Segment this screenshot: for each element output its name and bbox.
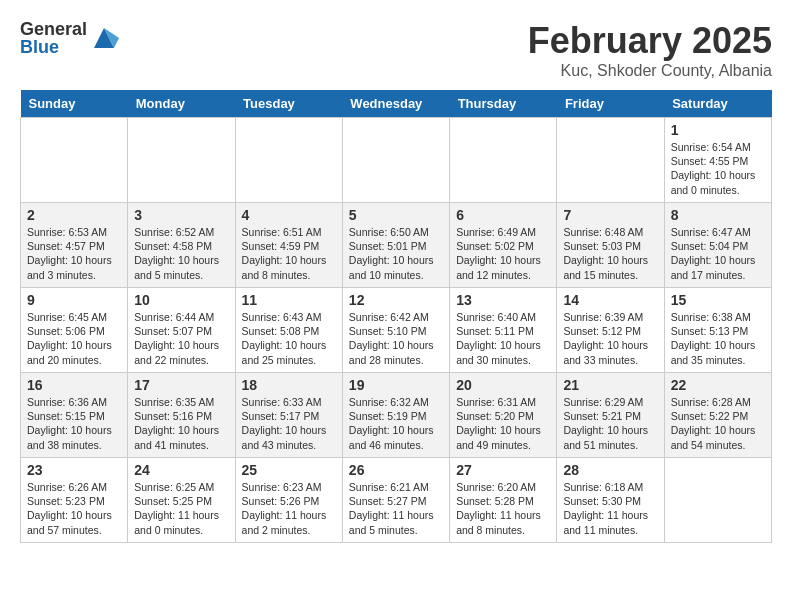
day-number: 10 [134,292,228,308]
calendar-cell: 11Sunrise: 6:43 AM Sunset: 5:08 PM Dayli… [235,288,342,373]
day-number: 3 [134,207,228,223]
day-number: 14 [563,292,657,308]
calendar-header-row: SundayMondayTuesdayWednesdayThursdayFrid… [21,90,772,118]
calendar-week-row: 2Sunrise: 6:53 AM Sunset: 4:57 PM Daylig… [21,203,772,288]
day-info: Sunrise: 6:45 AM Sunset: 5:06 PM Dayligh… [27,310,121,367]
day-info: Sunrise: 6:40 AM Sunset: 5:11 PM Dayligh… [456,310,550,367]
day-number: 19 [349,377,443,393]
day-info: Sunrise: 6:51 AM Sunset: 4:59 PM Dayligh… [242,225,336,282]
calendar-cell: 16Sunrise: 6:36 AM Sunset: 5:15 PM Dayli… [21,373,128,458]
day-number: 8 [671,207,765,223]
calendar-cell: 15Sunrise: 6:38 AM Sunset: 5:13 PM Dayli… [664,288,771,373]
calendar-week-row: 1Sunrise: 6:54 AM Sunset: 4:55 PM Daylig… [21,118,772,203]
day-number: 6 [456,207,550,223]
day-number: 12 [349,292,443,308]
day-info: Sunrise: 6:36 AM Sunset: 5:15 PM Dayligh… [27,395,121,452]
day-number: 24 [134,462,228,478]
day-number: 1 [671,122,765,138]
calendar-cell: 18Sunrise: 6:33 AM Sunset: 5:17 PM Dayli… [235,373,342,458]
day-info: Sunrise: 6:39 AM Sunset: 5:12 PM Dayligh… [563,310,657,367]
calendar-cell [450,118,557,203]
calendar-cell: 27Sunrise: 6:20 AM Sunset: 5:28 PM Dayli… [450,458,557,543]
calendar-cell: 10Sunrise: 6:44 AM Sunset: 5:07 PM Dayli… [128,288,235,373]
day-info: Sunrise: 6:50 AM Sunset: 5:01 PM Dayligh… [349,225,443,282]
day-number: 7 [563,207,657,223]
column-header-thursday: Thursday [450,90,557,118]
day-info: Sunrise: 6:52 AM Sunset: 4:58 PM Dayligh… [134,225,228,282]
calendar-cell: 21Sunrise: 6:29 AM Sunset: 5:21 PM Dayli… [557,373,664,458]
calendar-cell: 2Sunrise: 6:53 AM Sunset: 4:57 PM Daylig… [21,203,128,288]
day-number: 23 [27,462,121,478]
day-info: Sunrise: 6:38 AM Sunset: 5:13 PM Dayligh… [671,310,765,367]
day-number: 26 [349,462,443,478]
day-info: Sunrise: 6:20 AM Sunset: 5:28 PM Dayligh… [456,480,550,537]
day-number: 25 [242,462,336,478]
day-number: 5 [349,207,443,223]
day-info: Sunrise: 6:53 AM Sunset: 4:57 PM Dayligh… [27,225,121,282]
month-title: February 2025 [528,20,772,62]
calendar-cell [664,458,771,543]
day-number: 17 [134,377,228,393]
calendar-cell: 1Sunrise: 6:54 AM Sunset: 4:55 PM Daylig… [664,118,771,203]
location-text: Kuc, Shkoder County, Albania [528,62,772,80]
day-info: Sunrise: 6:25 AM Sunset: 5:25 PM Dayligh… [134,480,228,537]
calendar-cell: 19Sunrise: 6:32 AM Sunset: 5:19 PM Dayli… [342,373,449,458]
day-number: 4 [242,207,336,223]
day-info: Sunrise: 6:28 AM Sunset: 5:22 PM Dayligh… [671,395,765,452]
calendar-cell: 13Sunrise: 6:40 AM Sunset: 5:11 PM Dayli… [450,288,557,373]
calendar-cell: 22Sunrise: 6:28 AM Sunset: 5:22 PM Dayli… [664,373,771,458]
column-header-tuesday: Tuesday [235,90,342,118]
calendar-cell: 7Sunrise: 6:48 AM Sunset: 5:03 PM Daylig… [557,203,664,288]
calendar-cell: 5Sunrise: 6:50 AM Sunset: 5:01 PM Daylig… [342,203,449,288]
day-info: Sunrise: 6:35 AM Sunset: 5:16 PM Dayligh… [134,395,228,452]
day-info: Sunrise: 6:33 AM Sunset: 5:17 PM Dayligh… [242,395,336,452]
column-header-saturday: Saturday [664,90,771,118]
logo-blue-text: Blue [20,38,87,56]
calendar-cell: 25Sunrise: 6:23 AM Sunset: 5:26 PM Dayli… [235,458,342,543]
day-number: 9 [27,292,121,308]
calendar-cell [557,118,664,203]
day-info: Sunrise: 6:26 AM Sunset: 5:23 PM Dayligh… [27,480,121,537]
calendar-cell [128,118,235,203]
day-number: 2 [27,207,121,223]
day-info: Sunrise: 6:42 AM Sunset: 5:10 PM Dayligh… [349,310,443,367]
day-info: Sunrise: 6:48 AM Sunset: 5:03 PM Dayligh… [563,225,657,282]
day-info: Sunrise: 6:29 AM Sunset: 5:21 PM Dayligh… [563,395,657,452]
day-info: Sunrise: 6:18 AM Sunset: 5:30 PM Dayligh… [563,480,657,537]
calendar-cell: 3Sunrise: 6:52 AM Sunset: 4:58 PM Daylig… [128,203,235,288]
calendar-week-row: 16Sunrise: 6:36 AM Sunset: 5:15 PM Dayli… [21,373,772,458]
day-info: Sunrise: 6:43 AM Sunset: 5:08 PM Dayligh… [242,310,336,367]
day-info: Sunrise: 6:49 AM Sunset: 5:02 PM Dayligh… [456,225,550,282]
day-number: 27 [456,462,550,478]
column-header-sunday: Sunday [21,90,128,118]
day-info: Sunrise: 6:31 AM Sunset: 5:20 PM Dayligh… [456,395,550,452]
day-number: 18 [242,377,336,393]
day-number: 15 [671,292,765,308]
day-info: Sunrise: 6:44 AM Sunset: 5:07 PM Dayligh… [134,310,228,367]
logo-icon [89,23,119,53]
logo: General Blue [20,20,119,56]
calendar-cell: 14Sunrise: 6:39 AM Sunset: 5:12 PM Dayli… [557,288,664,373]
logo-general-text: General [20,20,87,38]
calendar-cell: 9Sunrise: 6:45 AM Sunset: 5:06 PM Daylig… [21,288,128,373]
calendar-cell [342,118,449,203]
day-info: Sunrise: 6:23 AM Sunset: 5:26 PM Dayligh… [242,480,336,537]
day-info: Sunrise: 6:54 AM Sunset: 4:55 PM Dayligh… [671,140,765,197]
column-header-friday: Friday [557,90,664,118]
day-info: Sunrise: 6:32 AM Sunset: 5:19 PM Dayligh… [349,395,443,452]
calendar-week-row: 23Sunrise: 6:26 AM Sunset: 5:23 PM Dayli… [21,458,772,543]
column-header-wednesday: Wednesday [342,90,449,118]
day-info: Sunrise: 6:47 AM Sunset: 5:04 PM Dayligh… [671,225,765,282]
calendar-cell: 12Sunrise: 6:42 AM Sunset: 5:10 PM Dayli… [342,288,449,373]
day-number: 22 [671,377,765,393]
calendar-cell: 28Sunrise: 6:18 AM Sunset: 5:30 PM Dayli… [557,458,664,543]
calendar-cell: 17Sunrise: 6:35 AM Sunset: 5:16 PM Dayli… [128,373,235,458]
calendar-week-row: 9Sunrise: 6:45 AM Sunset: 5:06 PM Daylig… [21,288,772,373]
calendar-cell: 20Sunrise: 6:31 AM Sunset: 5:20 PM Dayli… [450,373,557,458]
calendar-cell: 8Sunrise: 6:47 AM Sunset: 5:04 PM Daylig… [664,203,771,288]
day-number: 11 [242,292,336,308]
calendar-cell: 26Sunrise: 6:21 AM Sunset: 5:27 PM Dayli… [342,458,449,543]
calendar-cell: 24Sunrise: 6:25 AM Sunset: 5:25 PM Dayli… [128,458,235,543]
day-number: 21 [563,377,657,393]
calendar-cell: 4Sunrise: 6:51 AM Sunset: 4:59 PM Daylig… [235,203,342,288]
